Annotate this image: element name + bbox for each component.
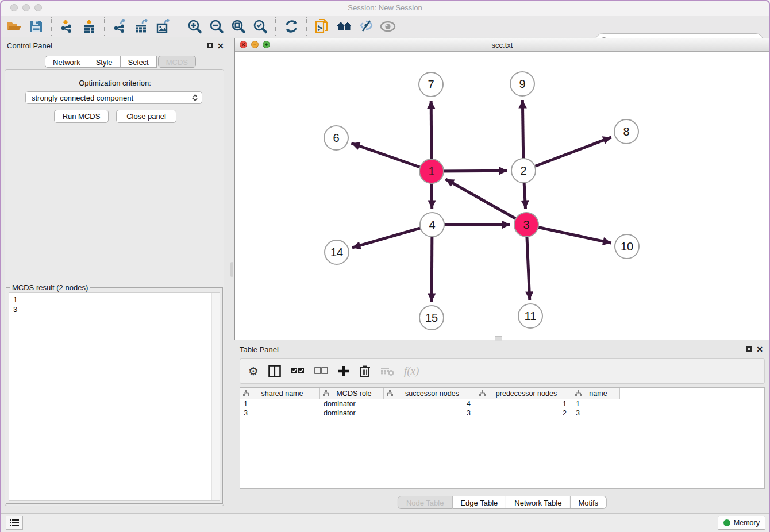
graph-node-15[interactable]: 15: [419, 306, 444, 330]
zoom-in-icon[interactable]: [184, 17, 206, 36]
export-network-icon[interactable]: [109, 17, 131, 36]
clone-network-icon[interactable]: [311, 17, 333, 36]
close-window-button[interactable]: [10, 4, 18, 11]
tab-motifs[interactable]: Motifs: [570, 496, 607, 509]
graph-node-2[interactable]: 2: [511, 159, 536, 183]
panel-splitter-handle[interactable]: [230, 262, 233, 277]
tab-edge-table[interactable]: Edge Table: [452, 496, 506, 509]
toolbar-separator: [306, 17, 307, 36]
svg-text:14: 14: [330, 246, 343, 259]
tab-network[interactable]: Network: [45, 56, 88, 68]
graph-edge-1-6[interactable]: [351, 143, 432, 171]
column-header-MCDS-role[interactable]: MCDS role: [320, 388, 384, 399]
result-scrollbar[interactable]: [211, 293, 220, 500]
memory-button[interactable]: Memory: [718, 516, 765, 530]
network-close-icon[interactable]: ✕: [240, 41, 247, 48]
automation-panel-button[interactable]: [6, 516, 23, 530]
close-panel-icon[interactable]: ✕: [217, 43, 224, 49]
table-cell[interactable]: 1: [476, 399, 572, 408]
svg-text:1: 1: [428, 165, 434, 178]
graph-node-1[interactable]: 1: [419, 159, 444, 183]
network-window-titlebar[interactable]: scc.txt: [235, 38, 769, 52]
add-column-icon[interactable]: [338, 365, 349, 377]
graph-node-11[interactable]: 11: [518, 304, 542, 328]
tab-select[interactable]: Select: [121, 56, 157, 68]
import-table-icon[interactable]: [78, 17, 100, 36]
network-canvas[interactable]: 7968124314101511: [235, 51, 769, 340]
close-table-panel-icon[interactable]: ✕: [756, 346, 763, 353]
table-settings-icon[interactable]: ⚙: [248, 365, 259, 377]
save-session-icon[interactable]: [25, 17, 47, 36]
criterion-value: strongly connected component: [32, 94, 133, 102]
criterion-select[interactable]: strongly connected component: [25, 91, 202, 104]
open-session-icon[interactable]: [3, 17, 25, 36]
table-panel: Table Panel ✕ ⚙ f(x): [234, 342, 770, 511]
zoom-out-icon[interactable]: [206, 17, 228, 36]
column-sort-icon: [479, 390, 486, 396]
graph-node-7[interactable]: 7: [419, 72, 443, 97]
tab-network-table[interactable]: Network Table: [506, 496, 570, 509]
graph-node-8[interactable]: 8: [614, 119, 638, 144]
export-image-icon[interactable]: [153, 17, 175, 36]
graph-node-3[interactable]: 3: [514, 213, 538, 237]
table-cell[interactable]: 4: [384, 399, 476, 408]
table-cell[interactable]: 1: [572, 399, 620, 408]
mcds-result-text: 1 3: [13, 295, 17, 314]
svg-text:11: 11: [525, 310, 537, 322]
import-network-icon[interactable]: [56, 17, 78, 36]
table-row[interactable]: 1dominator411: [240, 399, 764, 408]
table-cell[interactable]: 3: [240, 408, 320, 418]
float-panel-icon[interactable]: [207, 43, 213, 48]
run-mcds-button[interactable]: Run MCDS: [54, 110, 109, 123]
table-cell[interactable]: dominator: [320, 408, 384, 418]
column-header-name[interactable]: name: [572, 388, 620, 399]
application-window: Session: New Session: [0, 0, 770, 532]
maximize-window-button[interactable]: [34, 4, 42, 11]
memory-status-icon: [723, 519, 730, 526]
table-cell[interactable]: 3: [384, 408, 476, 418]
column-sort-icon: [387, 390, 393, 396]
column-header-predecessor-nodes[interactable]: predecessor nodes: [476, 388, 572, 399]
tab-node-table[interactable]: Node Table: [398, 496, 453, 509]
svg-text:4: 4: [429, 218, 435, 231]
home-icon[interactable]: [333, 17, 355, 36]
close-panel-button[interactable]: Close panel: [116, 110, 176, 123]
graph-node-6[interactable]: 6: [324, 126, 348, 150]
zoom-selected-icon[interactable]: [249, 17, 271, 36]
tab-style[interactable]: Style: [88, 56, 121, 68]
mcds-result-area[interactable]: 1 3: [9, 292, 220, 501]
float-table-panel-icon[interactable]: [746, 346, 752, 352]
hide-annotations-icon[interactable]: [355, 17, 377, 36]
network-minimize-icon[interactable]: −: [251, 41, 259, 48]
toggle-panel-icon[interactable]: [268, 365, 281, 377]
table-cell[interactable]: 3: [572, 408, 620, 418]
horizontal-splitter-handle[interactable]: [495, 336, 502, 341]
status-bar: Memory: [0, 513, 770, 532]
delete-column-icon[interactable]: [359, 365, 371, 377]
unselect-all-icon[interactable]: [314, 367, 328, 375]
network-maximize-icon[interactable]: +: [263, 41, 270, 48]
column-sort-icon: [575, 390, 582, 396]
table-cell[interactable]: 2: [476, 408, 572, 418]
window-title: Session: New Session: [348, 3, 422, 12]
graph-node-4[interactable]: 4: [420, 213, 444, 237]
select-all-icon[interactable]: [291, 367, 305, 375]
zoom-fit-icon[interactable]: [228, 17, 249, 36]
graph-node-14[interactable]: 14: [325, 240, 349, 264]
table-cell[interactable]: 1: [240, 399, 320, 408]
minimize-window-button[interactable]: [22, 4, 30, 11]
graph-edge-2-8[interactable]: [523, 137, 611, 171]
graph-edge-3-10[interactable]: [526, 225, 611, 243]
graph-node-9[interactable]: 9: [510, 72, 534, 96]
graph-node-10[interactable]: 10: [615, 234, 639, 259]
export-table-icon[interactable]: [131, 17, 153, 36]
tab-mcds[interactable]: MCDS: [158, 56, 196, 68]
table-cell[interactable]: dominator: [320, 399, 384, 408]
window-controls: [10, 4, 42, 11]
column-header-successor-nodes[interactable]: successor nodes: [384, 388, 476, 399]
apply-layout-icon[interactable]: [280, 17, 302, 36]
table-row[interactable]: 3dominator323: [240, 408, 764, 418]
graph-edge-3-1[interactable]: [445, 179, 526, 225]
node-table: shared nameMCDS rolesuccessor nodesprede…: [240, 387, 765, 489]
column-header-shared-name[interactable]: shared name: [240, 388, 320, 399]
